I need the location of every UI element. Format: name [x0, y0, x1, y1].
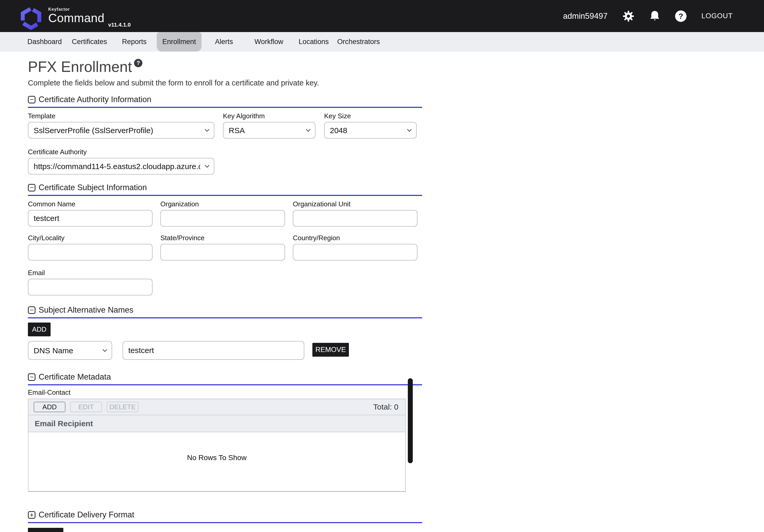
- logged-in-username: admin59497: [563, 11, 608, 21]
- section-divider: [28, 317, 422, 318]
- section-divider: [28, 195, 422, 196]
- enroll-button[interactable]: ENROLL: [28, 528, 63, 532]
- nav-tab-orchestrators[interactable]: Orchestrators: [336, 32, 381, 52]
- city-locality-label: City/Locality: [28, 234, 152, 242]
- state-province-input[interactable]: [160, 244, 285, 261]
- page-title: PFX Enrollment: [28, 59, 132, 75]
- brand-keyfactor-label: Keyfactor: [48, 7, 104, 12]
- section-title: Certificate Delivery Format: [39, 510, 134, 519]
- common-name-label: Common Name: [28, 200, 152, 208]
- collapse-icon: −: [28, 184, 36, 192]
- certificate-authority-label: Certificate Authority: [28, 148, 214, 156]
- san-type-select[interactable]: DNS Name: [28, 341, 112, 360]
- nav-tab-certificates[interactable]: Certificates: [67, 32, 112, 52]
- certificate-authority-select[interactable]: https://command114-5.eastus2.cloudapp.az…: [28, 158, 214, 175]
- bell-icon: [649, 10, 660, 22]
- nav-tab-locations[interactable]: Locations: [291, 32, 336, 52]
- city-locality-input[interactable]: [28, 244, 152, 261]
- section-title: Certificate Subject Information: [39, 183, 147, 192]
- grid-add-button[interactable]: ADD: [34, 402, 66, 412]
- section-title: Certificate Authority Information: [39, 95, 151, 104]
- nav-tab-dashboard[interactable]: Dashboard: [22, 32, 67, 52]
- state-province-label: State/Province: [160, 234, 285, 242]
- san-row: DNS Name REMOVE: [28, 341, 764, 360]
- san-value-input[interactable]: [122, 341, 304, 360]
- collapse-icon: −: [28, 373, 36, 381]
- grid-total-count: Total: 0: [373, 403, 398, 411]
- grid-body: No Rows To Show: [28, 432, 405, 491]
- section-divider: [28, 522, 422, 523]
- san-add-button[interactable]: ADD: [28, 323, 51, 336]
- gear-icon: [622, 10, 635, 22]
- brand-command-label: Command: [48, 12, 104, 24]
- page-subtitle: Complete the fields below and submit the…: [28, 78, 764, 87]
- section-header-ca-info[interactable]: − Certificate Authority Information: [28, 95, 764, 104]
- section-header-subject-info[interactable]: − Certificate Subject Information: [28, 183, 764, 192]
- key-algorithm-select[interactable]: RSA: [223, 122, 315, 139]
- section-header-delivery-format[interactable]: + Certificate Delivery Format: [28, 510, 764, 519]
- country-region-input[interactable]: [293, 244, 418, 261]
- logout-button[interactable]: LOGOUT: [701, 12, 733, 20]
- template-select[interactable]: SslServerProfile (SslServerProfile): [28, 122, 214, 139]
- metadata-scrollbar-thumb[interactable]: [408, 378, 413, 463]
- section-divider: [28, 107, 422, 108]
- brand-logo: Keyfactor Command v11.4.1.0: [20, 2, 131, 30]
- version-label: v11.4.1.0: [108, 22, 131, 28]
- template-label: Template: [28, 112, 214, 120]
- section-title: Certificate Metadata: [39, 372, 111, 382]
- grid-edit-button[interactable]: EDIT: [70, 402, 102, 412]
- collapse-icon: −: [28, 306, 36, 314]
- expand-icon: +: [28, 511, 36, 519]
- pfx-enrollment-page: Keyfactor Command v11.4.1.0 admin59497: [0, 0, 764, 532]
- notifications-bell-icon[interactable]: [649, 10, 660, 22]
- email-label: Email: [28, 269, 152, 277]
- key-size-label: Key Size: [324, 112, 417, 120]
- help-icon[interactable]: ?: [675, 10, 686, 22]
- grid-toolbar: ADD EDIT DELETE Total: 0: [28, 399, 405, 415]
- key-size-select[interactable]: 2048: [324, 122, 417, 139]
- collapse-icon: −: [28, 96, 36, 103]
- title-help-icon[interactable]: ?: [134, 59, 142, 67]
- nav-tab-enrollment[interactable]: Enrollment: [157, 32, 202, 52]
- country-region-label: Country/Region: [293, 234, 418, 242]
- email-contact-label: Email-Contact: [28, 388, 764, 397]
- top-header-bar: Keyfactor Command v11.4.1.0 admin59497: [0, 0, 764, 32]
- nav-tab-alerts[interactable]: Alerts: [202, 32, 247, 52]
- section-header-metadata[interactable]: − Certificate Metadata: [28, 372, 764, 382]
- keyfactor-hex-logo-icon: [20, 6, 43, 30]
- key-algorithm-label: Key Algorithm: [223, 112, 315, 120]
- nav-tab-reports[interactable]: Reports: [112, 32, 157, 52]
- email-input[interactable]: [28, 279, 152, 296]
- section-header-san[interactable]: − Subject Alternative Names: [28, 305, 764, 315]
- san-remove-button[interactable]: REMOVE: [312, 343, 349, 357]
- organizational-unit-label: Organizational Unit: [293, 200, 418, 208]
- section-title: Subject Alternative Names: [39, 305, 133, 315]
- organizational-unit-input[interactable]: [293, 210, 418, 227]
- section-divider: [28, 384, 422, 385]
- grid-empty-message: No Rows To Show: [187, 454, 247, 491]
- organization-label: Organization: [160, 200, 285, 208]
- organization-input[interactable]: [160, 210, 285, 227]
- grid-delete-button[interactable]: DELETE: [106, 402, 138, 412]
- common-name-input[interactable]: [28, 210, 152, 227]
- grid-column-header-email-recipient: Email Recipient: [28, 415, 405, 432]
- email-contact-grid: ADD EDIT DELETE Total: 0 Email Recipient…: [28, 399, 406, 492]
- settings-gear-icon[interactable]: [622, 10, 635, 22]
- main-nav-bar: Dashboard Certificates Reports Enrollmen…: [0, 32, 764, 52]
- nav-tab-workflow[interactable]: Workflow: [247, 32, 291, 52]
